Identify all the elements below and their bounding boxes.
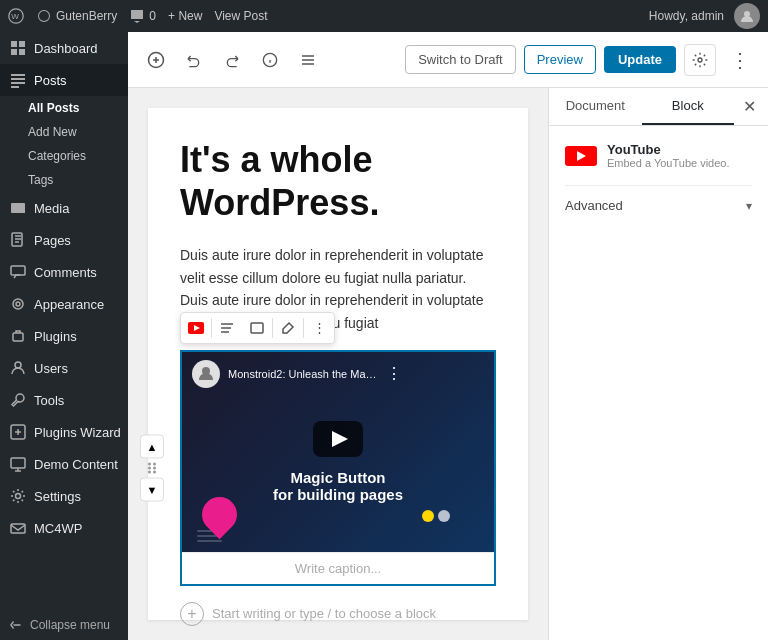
svg-rect-7: [11, 74, 25, 76]
move-down-button[interactable]: ▼: [140, 477, 164, 501]
video-more-icon: ⋮: [386, 364, 402, 383]
tools-icon: [10, 392, 26, 408]
youtube-thumbnail: Monstroid2: Unleash the Magic ... ⋮: [182, 352, 494, 552]
svg-rect-20: [11, 458, 25, 468]
more-block-options-button[interactable]: ⋮: [304, 313, 334, 343]
sidebar-item-mc4wp[interactable]: MC4WP: [0, 512, 128, 544]
pages-icon: [10, 232, 26, 248]
sidebar-item-settings[interactable]: Settings: [0, 480, 128, 512]
update-button[interactable]: Update: [604, 46, 676, 73]
add-block-toolbar-button[interactable]: [140, 44, 172, 76]
editor-toolbar: Switch to Draft Preview Update ⋮: [128, 32, 768, 88]
demo-content-label: Demo Content: [34, 457, 118, 472]
advanced-row[interactable]: Advanced ▾: [565, 185, 752, 225]
channel-avatar: [192, 360, 220, 388]
wizard-icon: [10, 424, 26, 440]
toolbar-right: Switch to Draft Preview Update ⋮: [405, 44, 756, 76]
site-name-link[interactable]: GutenBerry: [36, 8, 117, 24]
chevron-down-icon: ▾: [746, 199, 752, 213]
switch-draft-button[interactable]: Switch to Draft: [405, 45, 516, 74]
svg-rect-9: [11, 82, 25, 84]
settings-toggle-button[interactable]: [684, 44, 716, 76]
youtube-embed[interactable]: Monstroid2: Unleash the Magic ... ⋮: [182, 352, 494, 552]
video-text: Magic Button for building pages: [273, 469, 403, 503]
media-label: Media: [34, 201, 69, 216]
youtube-block-type-button[interactable]: [181, 313, 211, 343]
sidebar-item-demo-content[interactable]: Demo Content: [0, 448, 128, 480]
panel-tabs: Document Block ✕: [549, 88, 768, 126]
sidebar-sub-tags[interactable]: Tags: [0, 168, 128, 192]
close-panel-button[interactable]: ✕: [734, 92, 764, 122]
drag-handle-area: ▲ ▼: [140, 434, 164, 501]
info-button[interactable]: [254, 44, 286, 76]
content-area[interactable]: It's a whole WordPress. Duis aute irure …: [128, 88, 548, 640]
drag-handle[interactable]: [148, 462, 156, 473]
svg-rect-8: [11, 78, 25, 80]
block-name-label: YouTube: [607, 142, 730, 157]
video-subtitle: for building pages: [273, 486, 403, 503]
youtube-video-header: Monstroid2: Unleash the Magic ... ⋮: [182, 352, 494, 396]
sidebar-item-media[interactable]: Media: [0, 192, 128, 224]
settings-label: Settings: [34, 489, 81, 504]
block-nav-button[interactable]: [292, 44, 324, 76]
howdy-link[interactable]: Howdy, admin: [649, 3, 760, 29]
preview-button[interactable]: Preview: [524, 45, 596, 74]
editor-area: Switch to Draft Preview Update ⋮ It's a …: [128, 32, 768, 640]
align-option-button[interactable]: [242, 313, 272, 343]
panel-content: YouTube Embed a YouTube video. Advanced …: [549, 126, 768, 640]
comments-label: Comments: [34, 265, 97, 280]
svg-rect-4: [19, 41, 25, 47]
sidebar-item-plugins[interactable]: Plugins: [0, 320, 128, 352]
sidebar-item-users[interactable]: Users: [0, 352, 128, 384]
sidebar-item-pages[interactable]: Pages: [0, 224, 128, 256]
more-options-button[interactable]: ⋮: [724, 44, 756, 76]
edit-url-button[interactable]: [273, 313, 303, 343]
new-content-link[interactable]: + New: [168, 9, 202, 23]
sidebar-item-tools[interactable]: Tools: [0, 384, 128, 416]
sidebar-sub-all-posts[interactable]: All Posts: [0, 96, 128, 120]
add-block-button[interactable]: +: [180, 602, 204, 626]
collapse-menu-button[interactable]: Collapse menu: [0, 610, 128, 640]
svg-point-25: [698, 58, 702, 62]
view-post-link[interactable]: View Post: [214, 9, 267, 23]
move-up-button[interactable]: ▲: [140, 434, 164, 458]
add-block-placeholder: Start writing or type / to choose a bloc…: [212, 606, 436, 621]
caption-placeholder[interactable]: Write caption...: [182, 552, 494, 584]
wp-logo-link[interactable]: W: [8, 8, 24, 24]
svg-point-18: [15, 362, 21, 368]
avatar: [734, 3, 760, 29]
youtube-icon: [565, 146, 597, 166]
svg-point-15: [13, 299, 23, 309]
svg-rect-3: [11, 41, 17, 47]
post-title[interactable]: It's a whole WordPress.: [180, 138, 496, 224]
redo-button[interactable]: [216, 44, 248, 76]
posts-label: Posts: [34, 73, 67, 88]
tab-block[interactable]: Block: [642, 88, 735, 125]
sidebar-item-plugins-wizard[interactable]: Plugins Wizard: [0, 416, 128, 448]
editor-document: It's a whole WordPress. Duis aute irure …: [148, 108, 528, 620]
sidebar-item-posts[interactable]: Posts: [0, 64, 128, 96]
sidebar-item-comments[interactable]: Comments: [0, 256, 128, 288]
mc4wp-icon: [10, 520, 26, 536]
svg-point-21: [16, 494, 21, 499]
view-post-label: View Post: [214, 9, 267, 23]
sidebar-item-dashboard[interactable]: Dashboard: [0, 32, 128, 64]
comments-link[interactable]: 0: [129, 8, 156, 24]
change-alignment-button[interactable]: [212, 313, 242, 343]
sidebar-item-appearance[interactable]: Appearance: [0, 288, 128, 320]
sidebar-sub-add-new[interactable]: Add New: [0, 120, 128, 144]
editor-body: It's a whole WordPress. Duis aute irure …: [128, 88, 768, 640]
users-label: Users: [34, 361, 68, 376]
tools-label: Tools: [34, 393, 64, 408]
undo-button[interactable]: [178, 44, 210, 76]
toolbar-left: [140, 44, 324, 76]
sidebar-sub-categories[interactable]: Categories: [0, 144, 128, 168]
advanced-label: Advanced: [565, 198, 623, 213]
right-panel: Document Block ✕ YouTube Embed a YouTube…: [548, 88, 768, 640]
mc4wp-label: MC4WP: [34, 521, 82, 536]
youtube-play-icon: [577, 151, 586, 161]
tab-document[interactable]: Document: [549, 88, 642, 125]
site-name: GutenBerry: [56, 9, 117, 23]
add-block-area: + Start writing or type / to choose a bl…: [180, 602, 496, 626]
play-button[interactable]: [313, 421, 363, 457]
